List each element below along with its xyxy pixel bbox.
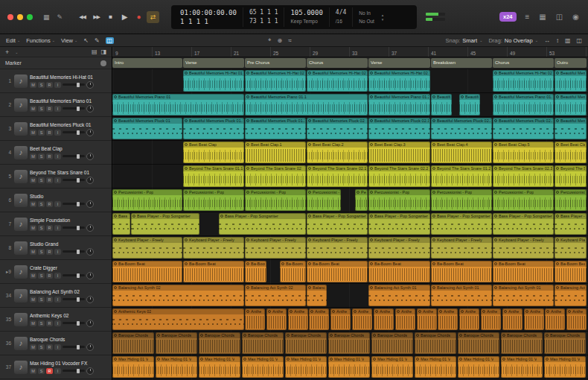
track-header[interactable]: 7♪Simple FoundationMSRI (0, 212, 112, 236)
close-button[interactable] (7, 14, 13, 20)
region[interactable]: Keyboard Player - Freely (368, 237, 430, 259)
solo-button[interactable]: S (38, 177, 45, 183)
region[interactable]: Beyond The Stars Snare 02 (245, 165, 306, 187)
lcd-signature[interactable]: 4/4 /16 (330, 7, 353, 27)
record-enable-button[interactable]: R (46, 82, 53, 88)
region[interactable]: Ba-Boom Beat (183, 261, 244, 282)
region[interactable]: Anthe (502, 308, 523, 330)
region[interactable]: Beautiful Memories Piano 01.2 (555, 94, 587, 115)
record-enable-button[interactable]: R (46, 297, 53, 303)
pan-knob[interactable] (86, 129, 94, 136)
marker-region[interactable]: Chorus (307, 58, 368, 68)
panel-toggle-icon[interactable]: ◫ (576, 37, 582, 44)
tuner-icon[interactable]: ◉ (571, 13, 581, 21)
region[interactable]: Beautiful Memories Hi-Hat 02 (245, 70, 306, 92)
mute-button[interactable]: M (30, 368, 36, 374)
input-monitor-button[interactable]: I (54, 297, 61, 303)
track-header[interactable]: 1♪Beautiful Memories Hi-Hat 01MSRI (0, 69, 112, 93)
solo-button[interactable]: S (38, 297, 45, 303)
mute-button[interactable]: M (30, 153, 36, 159)
rewind-button[interactable]: ◀◀ (76, 11, 89, 23)
marker-region[interactable]: Breakdown (431, 58, 492, 68)
region[interactable]: Baroque Chords (156, 332, 197, 354)
track-lane[interactable]: Beautiful Memories Pluck 01Beautiful Mem… (112, 117, 588, 141)
region[interactable]: Beet Beat Clap.3 (368, 142, 430, 163)
pan-knob[interactable] (86, 296, 94, 303)
track-lane[interactable]: Beyond The Stars Snare 01.1Beyond The St… (112, 165, 588, 189)
region[interactable]: Balancing Act Synth 01 (431, 285, 492, 306)
track-header[interactable]: ▸9♪Crate DiggerMSRI (0, 260, 112, 284)
region[interactable]: Max Hiding 01 V (371, 356, 413, 378)
region[interactable]: Percussionist - Pop (307, 189, 341, 211)
pan-knob[interactable] (86, 343, 94, 351)
list-editor-icon[interactable]: ≡ (524, 13, 531, 21)
region[interactable]: Balancing Act Synth 01 (368, 285, 430, 306)
region[interactable]: Max Hiding 01 V (112, 356, 154, 378)
mute-button[interactable]: M (30, 106, 36, 112)
solo-button[interactable]: S (38, 320, 45, 326)
region[interactable]: Beautiful Memories Hi-Hat 02.2 (368, 70, 430, 92)
track-header[interactable]: 37♪Max Hiding 01 Vocoder FXMSRI (0, 355, 112, 379)
media-browser-icon[interactable]: ◫ (555, 13, 564, 21)
track-lane[interactable]: Percussionist - PopPercussionist - PopPe… (112, 189, 588, 212)
volume-slider[interactable] (63, 346, 85, 348)
region[interactable]: Beyond The Stars Snare 02.4 (555, 165, 587, 187)
region[interactable]: Anthe (566, 308, 587, 330)
region[interactable]: Percussionist - Pop (183, 189, 244, 211)
region[interactable]: Keyboard Player - Freely (431, 237, 492, 259)
volume-slider[interactable] (63, 155, 85, 157)
volume-slider[interactable] (63, 107, 85, 110)
region[interactable]: Beautiful Memories Hi-Hat 02.1 (307, 70, 368, 92)
pan-knob[interactable] (86, 320, 94, 327)
region[interactable]: Percussionist - Pop (112, 189, 182, 211)
solo-button[interactable]: S (38, 344, 45, 350)
region[interactable]: Bass Player - Pop Songwriter (219, 213, 306, 235)
region[interactable]: Ba-Boom Beat (493, 261, 554, 282)
pan-knob[interactable] (86, 81, 94, 89)
region[interactable]: Bass Player - Pop Songwriter (307, 213, 368, 235)
volume-slider[interactable] (63, 227, 85, 229)
forward-button[interactable]: ▶▶ (90, 11, 103, 23)
region[interactable]: Ba-Boom Beat (245, 261, 266, 282)
track-header[interactable]: 34♪Balancing Act Synth 02MSRI (0, 284, 112, 308)
region[interactable]: Percussionist - Pop (493, 189, 554, 211)
region[interactable]: Baroque Chords (371, 332, 413, 354)
mute-button[interactable]: M (30, 82, 36, 88)
mute-button[interactable]: M (30, 249, 36, 255)
track-header[interactable]: 5♪Beyond The Stars Snare 01MSRI (0, 165, 112, 189)
pan-knob[interactable] (86, 200, 94, 208)
region[interactable]: Beautiful Memories Piano 01.2 (493, 94, 554, 115)
region[interactable]: Baroque Chords (415, 332, 456, 354)
panel-list-icon[interactable]: ▤ (92, 48, 98, 55)
view-menu[interactable]: View⌄ (61, 37, 77, 44)
track-lane[interactable]: Beet Beat ClapBeet Beat Clap.1Beet Beat … (112, 141, 588, 165)
region[interactable]: Beet Beat Clap.6 (555, 142, 587, 163)
tool-menu-icon[interactable]: ◫ (106, 37, 115, 44)
marker-region[interactable]: Verse (183, 58, 244, 68)
track-header[interactable]: 36♪Baroque ChordsMSRI (0, 332, 112, 355)
region[interactable]: Ba-Boom Beat (431, 261, 492, 282)
region[interactable]: Balancing Act Synth 01 (493, 285, 554, 306)
record-enable-button[interactable]: R (46, 368, 53, 374)
record-enable-button[interactable]: R (46, 177, 53, 183)
region[interactable]: Keyboard Player - Freely (183, 237, 244, 259)
region[interactable]: Beet Beat Clap.5 (493, 142, 554, 163)
track-lane[interactable]: Baroque ChordsBaroque ChordsBaroque Chor… (112, 332, 588, 355)
input-monitor-button[interactable]: I (54, 153, 61, 159)
solo-button[interactable]: S (38, 273, 45, 279)
region[interactable]: Beet Beat Clap (183, 142, 244, 163)
region[interactable]: Max Hiding 01 V (415, 356, 456, 378)
region[interactable]: Beyond The Stars Snare 01.2 (431, 165, 492, 187)
region[interactable]: Beautiful Memories Pluck 02 (307, 118, 368, 139)
input-monitor-button[interactable]: I (54, 320, 61, 326)
region[interactable]: Bass Player - Pop Songwriter (493, 213, 554, 235)
record-button[interactable]: ● (132, 11, 145, 23)
region[interactable]: Beyond The Stars Snare 02.1 (307, 165, 368, 187)
input-monitor-button[interactable]: I (54, 82, 61, 88)
region[interactable]: Beyond The Stars Snare 02.3 (493, 165, 554, 187)
region[interactable]: Beautiful Memories Pluck 01 (112, 118, 182, 139)
input-monitor-button[interactable]: I (54, 201, 61, 207)
track-lane[interactable]: Ba-Boom BeatBa-Boom BeatBa-Boom BeatBa-B… (112, 260, 588, 284)
region[interactable]: Percussionist - Pop (355, 189, 368, 211)
lcd-stepper[interactable]: ▴ ▾ (380, 7, 386, 27)
